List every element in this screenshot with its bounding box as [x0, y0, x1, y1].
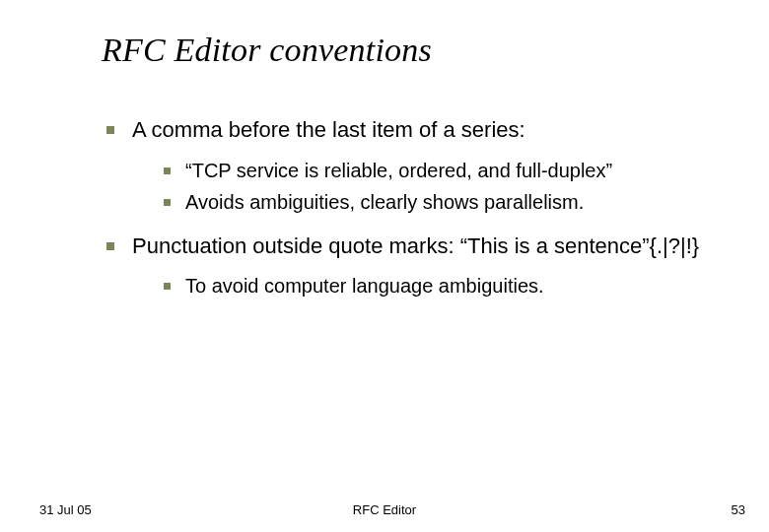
list-item: A comma before the last item of a series… [106, 116, 730, 215]
list-item-text: A comma before the last item of a series… [132, 117, 525, 142]
footer: 31 Jul 05 RFC Editor 53 [0, 502, 769, 522]
bullet-list-nested: To avoid computer language ambiguities. [164, 273, 730, 299]
list-item-text: Avoids ambiguities, clearly shows parall… [185, 191, 584, 213]
slide-content: A comma before the last item of a series… [106, 116, 730, 316]
footer-center: RFC Editor [0, 502, 769, 517]
footer-page-number: 53 [732, 502, 745, 517]
slide-title: RFC Editor conventions [102, 32, 432, 69]
list-item-text: To avoid computer language ambiguities. [185, 275, 544, 297]
slide: RFC Editor conventions A comma before th… [0, 0, 769, 532]
bullet-list: A comma before the last item of a series… [106, 116, 730, 299]
list-item-text: Punctuation outside quote marks: “This i… [132, 233, 699, 258]
list-item: Avoids ambiguities, clearly shows parall… [164, 189, 730, 215]
list-item: To avoid computer language ambiguities. [164, 273, 730, 299]
list-item-text: “TCP service is reliable, ordered, and f… [185, 160, 612, 181]
list-item: “TCP service is reliable, ordered, and f… [164, 158, 730, 183]
bullet-list-nested: “TCP service is reliable, ordered, and f… [164, 158, 730, 215]
list-item: Punctuation outside quote marks: “This i… [106, 233, 730, 299]
